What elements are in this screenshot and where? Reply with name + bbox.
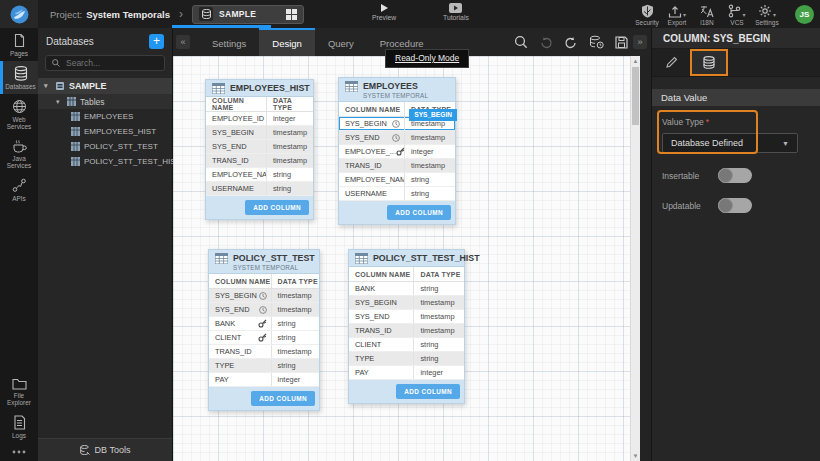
search-box[interactable]	[45, 55, 165, 71]
column-row-sys-begin[interactable]: SYS_BEGINtimestamp	[206, 126, 313, 140]
export-button[interactable]: ▾Export	[662, 3, 692, 26]
value-type-select[interactable]: Database Defined ▼	[662, 133, 798, 153]
db-tools-button[interactable]: DB Tools	[38, 438, 172, 461]
column-row-client[interactable]: CLIENTstring	[209, 331, 319, 345]
tab-edit-column[interactable]	[652, 49, 690, 76]
table-card-policy-stt-test[interactable]: POLICY_STT_TESTSYSTEM TEMPORALCOLUMN NAM…	[208, 249, 320, 411]
column-row-username[interactable]: USERNAMEstring	[339, 187, 455, 201]
scrollbar-thumb[interactable]	[632, 67, 639, 125]
security-button[interactable]: Security	[632, 3, 662, 26]
design-canvas[interactable]: EMPLOYEES_HISTCOLUMN NAMEDATA TYPEEMPLOY…	[173, 56, 640, 461]
search-input[interactable]	[64, 57, 154, 69]
add-column-button[interactable]: ADD COLUMN	[396, 384, 460, 399]
sidebar-item-java-services[interactable]: Java Services	[0, 134, 35, 173]
tree-item-table-policy_stt_test[interactable]: POLICY_STT_TEST	[38, 139, 172, 154]
project-name: System Temporals	[86, 9, 170, 20]
table-card-header[interactable]: EMPLOYEESSYSTEM TEMPORAL	[339, 78, 455, 102]
sidebar-item-web-services[interactable]: Web Services	[0, 94, 35, 134]
column-name: BANK	[215, 319, 235, 328]
tab-query[interactable]: Query	[315, 28, 367, 56]
column-row-type[interactable]: TYPEstring	[209, 359, 319, 373]
column-row-trans-id[interactable]: TRANS_IDtimestamp	[339, 159, 455, 173]
wavemaker-logo-icon[interactable]	[0, 0, 38, 28]
table-card-policy-stt-test-hist[interactable]: POLICY_STT_TEST_HISTCOLUMN NAMEDATA TYPE…	[348, 249, 465, 404]
more-options-button[interactable]	[0, 443, 38, 461]
tree-item-database[interactable]: ▾ SAMPLE	[38, 78, 172, 94]
column-type: string	[271, 317, 319, 330]
column-row-trans-id[interactable]: TRANS_IDtimestamp	[349, 324, 464, 338]
column-row-client[interactable]: CLIENTstring	[349, 338, 464, 352]
undo-icon[interactable]	[539, 36, 553, 49]
tree-item-table-employees_hist[interactable]: EMPLOYEES_HIST	[38, 124, 172, 139]
sample-service-tab[interactable]: SAMPLE	[192, 5, 304, 24]
db-tools-icon	[80, 445, 90, 456]
tab-settings[interactable]: Settings	[199, 28, 259, 56]
add-column-button[interactable]: ADD COLUMN	[245, 200, 309, 215]
column-row-employee-[interactable]: EMPLOYEE_...integer	[339, 145, 455, 159]
i18n-button[interactable]: i18N	[692, 3, 722, 26]
insertable-toggle[interactable]	[718, 168, 752, 183]
sidebar-item-databases[interactable]: Databases	[0, 61, 38, 94]
search-icon[interactable]	[514, 35, 528, 49]
database-sync-icon[interactable]	[589, 35, 604, 49]
sidebar-item-apis[interactable]: APIs	[0, 173, 35, 206]
table-card-employees-hist[interactable]: EMPLOYEES_HISTCOLUMN NAMEDATA TYPEEMPLOY…	[205, 79, 314, 220]
caret-down-icon: ▼	[782, 140, 789, 147]
caret-down-icon[interactable]: ▾	[44, 82, 51, 90]
save-icon[interactable]	[615, 36, 628, 49]
tab-data-value[interactable]	[690, 49, 728, 76]
clock-icon	[259, 306, 267, 314]
scroll-down-icon[interactable]: ▼	[631, 451, 640, 461]
table-card-header[interactable]: POLICY_STT_TEST_HIST	[349, 250, 464, 267]
column-row-employee-id[interactable]: EMPLOYEE_IDinteger	[206, 112, 313, 126]
column-row-sys-end[interactable]: SYS_ENDtimestamp	[339, 131, 455, 145]
tab-design[interactable]: Design	[259, 28, 315, 56]
sidebar-item-pages[interactable]: Pages	[0, 28, 35, 61]
column-row-type[interactable]: TYPEstring	[349, 352, 464, 366]
vcs-button[interactable]: ▾VCS	[722, 3, 752, 26]
column-row-trans-id[interactable]: TRANS_IDtimestamp	[209, 345, 319, 359]
column-row-sys-end[interactable]: SYS_ENDtimestamp	[349, 310, 464, 324]
column-name: SYS_BEGIN	[345, 119, 387, 128]
sidebar-item-file-explorer[interactable]: File Explorer	[0, 373, 35, 410]
add-column-button[interactable]: ADD COLUMN	[251, 391, 315, 406]
column-row-sys-begin[interactable]: SYS_BEGINtimestamp	[209, 289, 319, 303]
column-row-pay[interactable]: PAYinteger	[209, 373, 319, 387]
add-column-button[interactable]: ADD COLUMN	[387, 205, 451, 220]
table-card-header[interactable]: POLICY_STT_TESTSYSTEM TEMPORAL	[209, 250, 319, 274]
column-row-trans-id[interactable]: TRANS_IDtimestamp	[206, 154, 313, 168]
caret-down-icon[interactable]: ▾	[56, 98, 63, 106]
column-row-sys-begin[interactable]: SYS_BEGINtimestamp	[349, 296, 464, 310]
user-avatar[interactable]: JS	[795, 5, 814, 24]
tree-item-table-employees[interactable]: EMPLOYEES	[38, 109, 172, 124]
sidebar-item-logs[interactable]: Logs	[0, 410, 35, 443]
api-icon	[12, 178, 27, 193]
settings-button[interactable]: ▾Settings	[752, 3, 782, 26]
toggle-knob	[718, 198, 733, 213]
column-row-employee-name[interactable]: EMPLOYEE_NAMEstring	[339, 173, 455, 187]
column-row-sys-begin[interactable]: SYS_BEGINtimestampSYS_BEGIN	[339, 117, 455, 131]
collapse-left-icon[interactable]: «	[176, 35, 190, 49]
column-row-sys-end[interactable]: SYS_ENDtimestamp	[206, 140, 313, 154]
preview-button[interactable]: Preview	[372, 3, 396, 21]
add-database-button[interactable]: +	[149, 34, 164, 49]
column-row-username[interactable]: USERNAMEstring	[206, 182, 313, 196]
column-row-bank[interactable]: BANKstring	[349, 282, 464, 296]
column-row-bank[interactable]: BANKstring	[209, 317, 319, 331]
table-card-header[interactable]: EMPLOYEES_HIST	[206, 80, 313, 97]
expand-right-icon[interactable]: »	[633, 35, 647, 49]
column-row-sys-end[interactable]: SYS_ENDtimestamp	[209, 303, 319, 317]
column-type: timestamp	[271, 345, 319, 358]
canvas-vertical-scrollbar[interactable]: ▲ ▼	[630, 56, 640, 461]
column-row-employee-name[interactable]: EMPLOYEE_NAMEstring	[206, 168, 313, 182]
tutorials-button[interactable]: Tutorials	[443, 3, 469, 21]
tree-item-tables-group[interactable]: ▾ Tables	[38, 94, 172, 109]
project-breadcrumb: Project:System Temporals	[50, 9, 170, 20]
tree-item-table-policy_stt_test_hist[interactable]: POLICY_STT_TEST_HIST	[38, 154, 172, 169]
table-card-employees[interactable]: EMPLOYEESSYSTEM TEMPORALCOLUMN NAMEDATA …	[338, 77, 456, 225]
redo-icon[interactable]	[564, 36, 578, 49]
updatable-toggle[interactable]	[718, 198, 752, 213]
scroll-up-icon[interactable]: ▲	[631, 56, 640, 66]
grid-view-icon[interactable]	[286, 9, 297, 20]
column-row-pay[interactable]: PAYinteger	[349, 366, 464, 380]
